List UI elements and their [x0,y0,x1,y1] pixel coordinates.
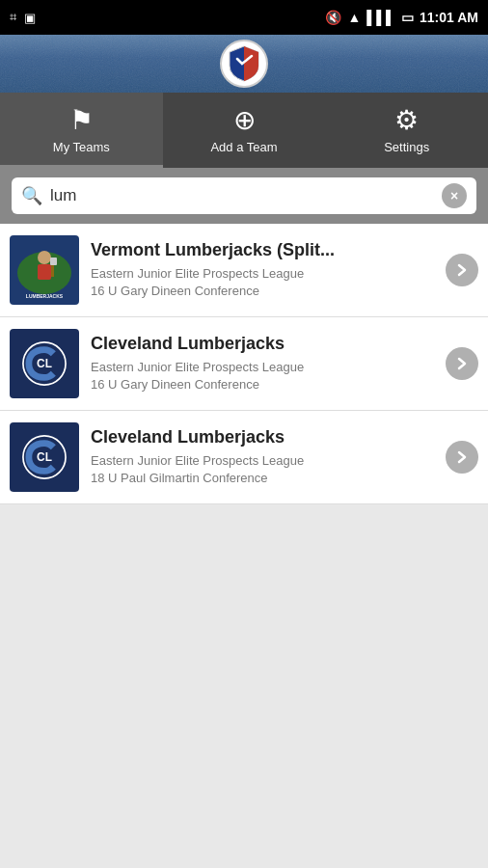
tab-settings-label: Settings [384,140,429,154]
status-bar-right: 🔇 ▲ ▌▌▌ ▭ 11:01 AM [325,10,478,25]
team-name: Cleveland Lumberjacks [91,334,438,355]
svg-rect-5 [50,258,57,265]
status-bar-left: ⌗ ▣ [10,10,36,25]
team-league: Eastern Junior Elite Prospects League [91,359,438,376]
chevron-right-button[interactable] [446,347,478,380]
tab-my-teams[interactable]: ⚑ My Teams [0,93,163,168]
team-conference: 18 U Paul Gilmartin Conference [91,470,438,487]
shield-icon [228,44,260,83]
team-info-cleveland-18u: Cleveland Lumberjacks Eastern Junior Eli… [91,427,438,487]
app-header [0,35,488,93]
chevron-right-button[interactable] [446,441,478,474]
tab-add-team[interactable]: ⊕ Add a Team [163,93,326,168]
results-list: LUMBERJACKS Vermont Lumberjacks (Split..… [0,224,488,504]
gear-icon: ⚙ [394,104,419,136]
chevron-right-button[interactable] [446,254,478,286]
team-info-cleveland-16u: Cleveland Lumberjacks Eastern Junior Eli… [91,334,438,393]
list-item[interactable]: CL Cleveland Lumberjacks Eastern Junior … [0,317,488,411]
svg-text:LUMBERJACKS: LUMBERJACKS [26,293,64,299]
tab-my-teams-label: My Teams [53,140,110,154]
cleveland-logo-svg-18u: CL [17,430,71,484]
app-logo [220,40,268,88]
usb-icon: ⌗ [10,10,16,25]
team-logo-vermont: LUMBERJACKS [10,235,79,305]
flag-icon: ⚑ [69,104,94,136]
wifi-icon: ▲ [347,10,361,25]
team-name: Cleveland Lumberjacks [91,427,438,448]
tab-add-team-label: Add a Team [210,140,277,154]
svg-text:CL: CL [37,450,52,464]
team-league: Eastern Junior Elite Prospects League [91,265,438,283]
team-logo-cleveland-16u: CL [10,329,79,398]
team-info-vermont: Vermont Lumberjacks (Split... Eastern Ju… [91,240,438,300]
search-input[interactable] [50,186,442,205]
clear-search-button[interactable]: × [442,183,467,208]
list-item[interactable]: CL Cleveland Lumberjacks Eastern Junior … [0,411,488,504]
search-icon: 🔍 [21,185,42,206]
search-bar: 🔍 × [0,168,488,224]
image-icon: ▣ [24,11,36,25]
clock: 11:01 AM [420,10,478,25]
team-league: Eastern Junior Elite Prospects League [91,452,438,470]
team-logo-cleveland-18u: CL [10,422,79,492]
chevron-right-icon [455,357,469,370]
svg-point-2 [38,251,51,264]
chevron-right-icon [455,450,469,464]
search-input-wrap: 🔍 × [12,177,476,214]
list-item[interactable]: LUMBERJACKS Vermont Lumberjacks (Split..… [0,224,488,317]
status-bar: ⌗ ▣ 🔇 ▲ ▌▌▌ ▭ 11:01 AM [0,0,488,35]
tab-settings[interactable]: ⚙ Settings [325,93,488,168]
tab-bar: ⚑ My Teams ⊕ Add a Team ⚙ Settings [0,93,488,168]
cleveland-logo-svg-16u: CL [17,337,71,391]
svg-text:CL: CL [37,357,52,370]
add-search-icon: ⊕ [233,104,256,136]
svg-rect-3 [38,264,51,280]
team-conference: 16 U Gary Dineen Conference [91,376,438,393]
chevron-right-icon [455,263,469,277]
team-conference: 16 U Gary Dineen Conference [91,283,438,300]
team-name: Vermont Lumberjacks (Split... [91,240,438,261]
signal-icon: ▌▌▌ [366,10,395,25]
battery-icon: ▭ [401,10,414,25]
vermont-logo-svg: LUMBERJACKS [13,238,76,302]
mute-icon: 🔇 [325,10,341,25]
